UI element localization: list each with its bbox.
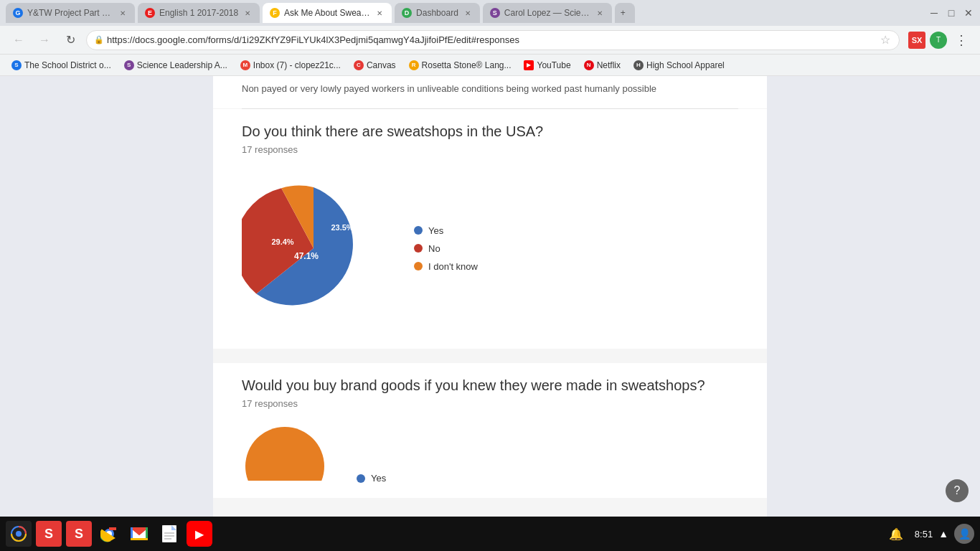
bookmark-science-leadership[interactable]: S Science Leadership A... bbox=[118, 58, 233, 72]
right-margin bbox=[767, 76, 980, 517]
clock: 8:51 bbox=[915, 529, 933, 540]
bottom-pie-preview bbox=[242, 423, 328, 484]
tab-3-favicon: F bbox=[270, 8, 280, 18]
bookmark-rosetta[interactable]: R Rosetta Stone® Lang... bbox=[403, 58, 517, 72]
bookmark-apparel-label: High School Apparel bbox=[646, 60, 725, 70]
tab-5-favicon: S bbox=[490, 8, 500, 18]
form-content: Non payed or very lowly payed workers in… bbox=[213, 76, 767, 517]
wifi-icon: ▲ bbox=[938, 528, 948, 540]
tab-4-close[interactable]: ✕ bbox=[463, 8, 473, 18]
tab-1-label: Y&TW Project Part 2 - G... bbox=[27, 8, 113, 18]
idk-label: 23.5% bbox=[331, 223, 353, 232]
chrome-icon bbox=[100, 525, 118, 542]
translate-extension-icon[interactable]: T bbox=[930, 32, 947, 49]
scholastic-s-2-label: S bbox=[75, 527, 83, 542]
bookmark-youtube-label: YouTube bbox=[537, 60, 570, 70]
bookmark-star-icon[interactable]: ☆ bbox=[880, 33, 890, 47]
bookmark-netflix[interactable]: N Netflix bbox=[578, 58, 626, 72]
tab-5[interactable]: S Carol Lopez — Science L... ✕ bbox=[483, 3, 612, 23]
youtube-play-icon: ▶ bbox=[195, 527, 204, 541]
tab-2[interactable]: E English 1 2017-2018 ✕ bbox=[138, 3, 260, 23]
address-bar: ← → ↻ 🔒 https://docs.google.com/forms/d/… bbox=[0, 26, 980, 55]
question-2-responses: 17 responses bbox=[242, 398, 738, 409]
back-button[interactable]: ← bbox=[9, 30, 29, 50]
minimize-button[interactable]: ─ bbox=[928, 7, 940, 19]
bookmark-inbox-label: Inbox (7) - clopez21c... bbox=[253, 60, 341, 70]
legend-no: No bbox=[414, 243, 478, 254]
legend-yes-label: Yes bbox=[428, 225, 443, 236]
tab-3[interactable]: F Ask Me About Sweatsho... ✕ bbox=[263, 3, 392, 23]
bookmark-apparel-favicon: H bbox=[633, 60, 644, 70]
tab-5-close[interactable]: ✕ bbox=[595, 8, 605, 18]
pie-chart-1: 47.1% 29.4% 23.5% bbox=[242, 176, 385, 320]
help-label: ? bbox=[954, 484, 961, 497]
no-label: 29.4% bbox=[271, 237, 293, 246]
legend-idk: I don't know bbox=[414, 261, 478, 272]
bookmark-school-district-favicon: S bbox=[11, 60, 22, 70]
taskbar: S S bbox=[0, 517, 980, 551]
address-text: https://docs.google.com/forms/d/1i29ZKfY… bbox=[107, 34, 519, 45]
docs-icon bbox=[162, 525, 176, 542]
question-1-responses: 17 responses bbox=[242, 144, 738, 155]
tab-2-close[interactable]: ✕ bbox=[242, 8, 253, 18]
legend-no-dot bbox=[414, 244, 423, 253]
bookmark-science-label: Science Leadership A... bbox=[137, 60, 227, 70]
yes-label: 47.1% bbox=[294, 251, 319, 261]
bookmark-apparel[interactable]: H High School Apparel bbox=[628, 58, 730, 72]
scholastic-icon-1[interactable]: S bbox=[36, 521, 62, 547]
docs-taskbar-icon[interactable] bbox=[156, 521, 182, 547]
bookmark-science-favicon: S bbox=[124, 60, 134, 70]
chart-1-legend: Yes No I don't know bbox=[414, 225, 478, 272]
bottom-chart-preview: Yes bbox=[242, 423, 738, 484]
tab-4-favicon: D bbox=[402, 8, 412, 18]
svg-point-1 bbox=[16, 531, 22, 537]
address-input-wrapper[interactable]: 🔒 https://docs.google.com/forms/d/1i29ZK… bbox=[86, 30, 900, 50]
bottom-pie-circle bbox=[245, 427, 324, 481]
youtube-taskbar-icon[interactable]: ▶ bbox=[187, 521, 212, 547]
chrome-taskbar-icon[interactable] bbox=[96, 521, 122, 547]
maximize-button[interactable]: □ bbox=[946, 7, 957, 19]
bookmark-school-district[interactable]: S The School District o... bbox=[6, 58, 117, 72]
tab-5-label: Carol Lopez — Science L... bbox=[504, 8, 590, 18]
bookmarks-bar: S The School District o... S Science Lea… bbox=[0, 55, 980, 76]
notification-icon[interactable]: 🔔 bbox=[883, 521, 909, 547]
section-divider bbox=[213, 349, 767, 363]
tab-4[interactable]: D Dashboard ✕ bbox=[395, 3, 480, 23]
tab-1[interactable]: G Y&TW Project Part 2 - G... ✕ bbox=[6, 3, 135, 23]
menu-button[interactable]: ⋮ bbox=[951, 30, 971, 50]
pie-chart-1-svg: 47.1% 29.4% 23.5% bbox=[242, 176, 385, 320]
tab-3-label: Ask Me About Sweatsho... bbox=[284, 8, 370, 18]
legend-yes-dot bbox=[414, 226, 423, 235]
bottom-legend: Yes bbox=[357, 466, 386, 484]
legend-yes: Yes bbox=[414, 225, 478, 236]
tab-3-close[interactable]: ✕ bbox=[374, 8, 385, 18]
forward-button[interactable]: → bbox=[34, 30, 55, 50]
question-1-title: Do you think there are sweatshops in the… bbox=[242, 123, 738, 140]
question-2-section: Would you buy brand goods if you knew th… bbox=[213, 363, 767, 498]
svg-rect-11 bbox=[164, 538, 171, 540]
window-controls: ─ □ ✕ bbox=[928, 7, 974, 19]
bookmark-netflix-favicon: N bbox=[584, 60, 594, 70]
scholastic-icon-2[interactable]: S bbox=[66, 521, 92, 547]
gmail-taskbar-icon[interactable] bbox=[126, 521, 152, 547]
browser-window: G Y&TW Project Part 2 - G... ✕ E English… bbox=[0, 0, 980, 551]
prev-answer-text: Non payed or very lowly payed workers in… bbox=[242, 83, 656, 94]
chrome-os-button[interactable] bbox=[6, 521, 32, 547]
tab-2-label: English 1 2017-2018 bbox=[159, 8, 238, 18]
bookmark-youtube[interactable]: ▶ YouTube bbox=[518, 58, 576, 72]
bookmark-inbox[interactable]: M Inbox (7) - clopez21c... bbox=[235, 58, 347, 72]
refresh-button[interactable]: ↻ bbox=[60, 30, 80, 50]
toolbar-icons: SX T ⋮ bbox=[908, 30, 971, 50]
svg-rect-9 bbox=[164, 532, 174, 534]
user-avatar[interactable]: 👤 bbox=[954, 524, 974, 544]
tab-1-close[interactable]: ✕ bbox=[118, 8, 128, 18]
tab-2-favicon: E bbox=[145, 8, 155, 18]
question-1-section: Do you think there are sweatshops in the… bbox=[213, 109, 767, 349]
bookmark-canvas[interactable]: C Canvas bbox=[348, 58, 402, 72]
new-tab-button[interactable]: + bbox=[615, 3, 635, 23]
sx-extension-icon[interactable]: SX bbox=[908, 32, 925, 49]
bookmark-youtube-favicon: ▶ bbox=[524, 60, 534, 70]
help-button[interactable]: ? bbox=[946, 479, 969, 502]
legend-no-label: No bbox=[428, 243, 440, 254]
close-button[interactable]: ✕ bbox=[963, 7, 974, 19]
